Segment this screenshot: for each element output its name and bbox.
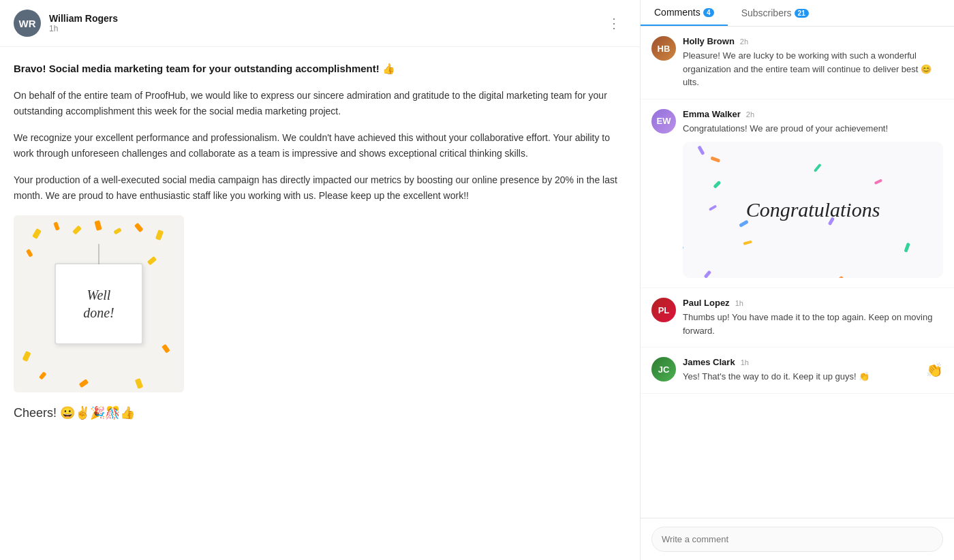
tab-subscribers[interactable]: Subscribers 21 — [728, 0, 822, 26]
comment-author: Paul Lopez — [683, 298, 730, 308]
well-done-sign: Welldone! — [55, 263, 143, 345]
svg-rect-10 — [161, 343, 170, 353]
comment-time: 1h — [735, 299, 743, 307]
post-time: 1h — [49, 24, 594, 33]
post-header: WR William Rogers 1h ⋮ — [0, 0, 640, 47]
avatar-initials: HB — [658, 44, 671, 54]
svg-rect-7 — [26, 249, 33, 258]
post-paragraph-2: We recognize your excellent performance … — [14, 130, 626, 161]
right-panel: Comments 4 Subscribers 21 HB Holly Brown… — [641, 0, 954, 560]
comment-time: 1h — [741, 358, 749, 367]
comment-item: HB Holly Brown 2h Pleasure! We are lucky… — [641, 27, 954, 99]
comment-time: 2h — [746, 110, 754, 119]
avatar-initials: EW — [657, 116, 671, 126]
svg-rect-12 — [135, 378, 143, 389]
comment-text: Congratulations! We are proud of your ac… — [683, 122, 943, 136]
avatar-initials: PL — [658, 305, 670, 315]
comment-content: Paul Lopez 1h Thumbs up! You have made i… — [683, 298, 943, 337]
svg-rect-2 — [72, 225, 82, 234]
svg-rect-6 — [155, 230, 164, 240]
post-paragraph-3: Your production of a well-executed socia… — [14, 172, 626, 204]
comment-content: Emma Walker 2h Congratulations! We are p… — [683, 109, 943, 136]
comment-content: Holly Brown 2h Pleasure! We are lucky to… — [683, 36, 943, 89]
avatar: PL — [651, 298, 676, 322]
svg-rect-16 — [713, 181, 721, 189]
well-done-text: Welldone! — [83, 286, 114, 322]
comments-badge: 4 — [703, 8, 714, 17]
comment-header: Holly Brown 2h — [683, 36, 943, 46]
author-avatar: WR — [14, 10, 41, 37]
avatar-initials: WR — [19, 18, 36, 29]
comment-author: James Clark — [683, 357, 735, 367]
congratulations-text: Congratulations — [746, 198, 880, 221]
svg-rect-25 — [743, 240, 752, 245]
subscribers-badge: 21 — [795, 9, 809, 18]
post-title: Bravo! Social media marketing team for y… — [14, 61, 626, 77]
svg-rect-3 — [94, 220, 102, 231]
write-comment-area[interactable] — [641, 518, 954, 560]
svg-rect-13 — [79, 379, 89, 388]
svg-rect-0 — [32, 228, 42, 239]
comment-item: PL Paul Lopez 1h Thumbs up! You have mad… — [641, 288, 954, 347]
post-panel: WR William Rogers 1h ⋮ Bravo! Social med… — [0, 0, 641, 560]
avatar-initials: JC — [658, 364, 670, 375]
author-info: William Rogers 1h — [49, 13, 594, 33]
well-done-image: Welldone! — [14, 215, 184, 392]
congratulations-card: Congratulations — [683, 142, 943, 278]
svg-rect-15 — [710, 156, 720, 162]
avatar: JC — [651, 357, 676, 382]
tabs-header: Comments 4 Subscribers 21 — [641, 0, 954, 27]
svg-rect-27 — [814, 164, 822, 172]
avatar: HB — [651, 36, 676, 61]
comment-header: Paul Lopez 1h — [683, 298, 943, 308]
comment-author: Emma Walker — [683, 109, 741, 119]
tab-subscribers-label: Subscribers — [741, 7, 792, 18]
svg-rect-26 — [704, 270, 712, 278]
post-body: Bravo! Social media marketing team for y… — [0, 47, 640, 436]
tab-comments[interactable]: Comments 4 — [641, 0, 728, 26]
post-footer: Cheers! 😀✌🎉🎊👍 — [14, 403, 626, 423]
svg-rect-29 — [874, 178, 883, 185]
comments-list: HB Holly Brown 2h Pleasure! We are lucky… — [641, 27, 954, 518]
avatar: EW — [651, 109, 676, 134]
svg-rect-5 — [134, 222, 144, 232]
comment-text: Yes! That's the way to do it. Keep it up… — [683, 370, 919, 384]
comment-author: Holly Brown — [683, 36, 735, 46]
svg-rect-8 — [147, 255, 157, 265]
post-paragraph-1: On behalf of the entire team of ProofHub… — [14, 88, 626, 119]
comment-time: 2h — [740, 37, 748, 46]
comment-header: Emma Walker 2h — [683, 109, 943, 119]
svg-rect-11 — [39, 371, 47, 379]
comment-input[interactable] — [651, 527, 943, 552]
svg-rect-22 — [835, 276, 844, 278]
svg-rect-9 — [22, 351, 31, 362]
svg-rect-33 — [709, 204, 717, 211]
comment-text: Pleasure! We are lucky to be working wit… — [683, 49, 943, 89]
clap-emoji: 👏 — [926, 362, 943, 378]
svg-rect-34 — [904, 243, 910, 253]
svg-rect-24 — [683, 246, 683, 256]
author-name: William Rogers — [49, 13, 594, 24]
comment-header: James Clark 1h — [683, 357, 919, 367]
svg-rect-4 — [113, 227, 122, 234]
more-options-button[interactable]: ⋮ — [602, 12, 626, 34]
comment-item: JC James Clark 1h Yes! That's the way to… — [641, 347, 954, 394]
comment-content: James Clark 1h Yes! That's the way to do… — [683, 357, 919, 384]
svg-rect-1 — [53, 221, 60, 230]
post-image-container: Welldone! — [14, 215, 626, 392]
comment-text: Thumbs up! You have made it to the top a… — [683, 311, 943, 337]
tab-comments-label: Comments — [654, 7, 701, 18]
comment-item: EW Emma Walker 2h Congratulations! We ar… — [641, 99, 954, 289]
svg-rect-14 — [697, 145, 705, 155]
